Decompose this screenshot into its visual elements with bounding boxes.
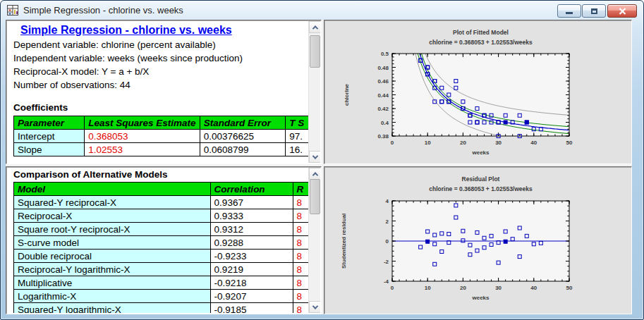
svg-text:-4: -4 — [384, 278, 389, 285]
column-header: Model — [14, 183, 211, 196]
svg-text:0.5: 0.5 — [381, 51, 389, 57]
window-title: Simple Regression - chlorine vs. weeks — [23, 5, 183, 16]
svg-text:0.42: 0.42 — [377, 106, 389, 112]
comparison-table: Model Correlation R Squared-Y reciprocal… — [13, 182, 320, 313]
svg-text:30: 30 — [495, 285, 502, 291]
svg-text:40: 40 — [530, 285, 537, 291]
comparison-scrollbar[interactable] — [308, 168, 320, 313]
std-error-cell: 0.0608799 — [200, 143, 286, 156]
svg-text:50: 50 — [566, 140, 573, 146]
svg-text:0: 0 — [391, 140, 394, 146]
svg-text:0.46: 0.46 — [377, 78, 389, 85]
scrollbar-thumb[interactable] — [310, 179, 320, 214]
parameter-cell: Slope — [14, 143, 85, 156]
table-row: Square root-Y reciprocal-X0.93128 — [14, 223, 320, 236]
svg-text:Residual Plot: Residual Plot — [462, 176, 500, 183]
std-error-cell: 0.00376625 — [200, 130, 286, 143]
column-header: Standard Error — [200, 116, 286, 130]
table-row: Double reciprocal-0.92338 — [14, 250, 320, 263]
svg-text:50: 50 — [566, 285, 573, 291]
residual-plot-pane: 01020304050-4-2024Residual Plotchlorine … — [324, 166, 632, 314]
scroll-up-button[interactable] — [309, 168, 320, 180]
svg-text:weeks: weeks — [471, 149, 490, 156]
correlation-cell: -0.9218 — [210, 276, 293, 290]
svg-text:0.48: 0.48 — [377, 65, 389, 71]
residual-plot: 01020304050-4-2024Residual Plotchlorine … — [325, 168, 631, 313]
model-cell: Squared-Y reciprocal-X — [14, 196, 211, 209]
model-form-line: Reciprocal-X model: Y = a + b/X — [13, 65, 320, 78]
svg-text:0: 0 — [391, 285, 394, 291]
table-row: Squared-Y logarithmic-X-0.91858 — [14, 303, 320, 314]
svg-text:20: 20 — [460, 140, 466, 146]
minimize-button[interactable] — [557, 4, 581, 18]
column-header: Parameter — [14, 116, 85, 130]
scroll-up-button[interactable] — [309, 21, 320, 33]
close-button[interactable] — [607, 4, 637, 18]
dependent-variable-line: Dependent variable: chlorine (percent av… — [13, 38, 320, 51]
svg-text:10: 10 — [425, 285, 431, 291]
table-row: Squared-Y reciprocal-X0.93678 — [14, 196, 320, 209]
model-cell: Double reciprocal — [14, 250, 211, 263]
table-row: Reciprocal-X0.93338 — [14, 209, 320, 223]
model-cell: Reciprocal-Y logarithmic-X — [14, 263, 211, 276]
correlation-cell: -0.9233 — [210, 250, 293, 263]
app-window: Simple Regression - chlorine vs. weeks S… — [0, 0, 644, 320]
estimate-cell: 1.02553 — [85, 143, 200, 156]
chevron-up-icon — [312, 25, 317, 31]
independent-variable-line: Independent variable: weeks (weeks since… — [13, 51, 320, 65]
scrollbar-thumb[interactable] — [310, 35, 320, 68]
titlebar[interactable]: Simple Regression - chlorine vs. weeks — [1, 1, 643, 20]
table-row: Slope 1.02553 0.0608799 16. — [14, 143, 320, 156]
svg-text:chlorine = 0.368053 + 1.02553/: chlorine = 0.368053 + 1.02553/weeks — [429, 185, 533, 192]
comparison-pane: Comparison of Alternative Models Model C… — [6, 166, 322, 314]
correlation-cell: 0.9333 — [210, 209, 293, 223]
chevron-down-icon — [312, 153, 317, 159]
parameter-cell: Intercept — [14, 130, 85, 143]
minimize-icon — [566, 12, 573, 14]
scroll-down-button[interactable] — [309, 301, 320, 313]
svg-text:40: 40 — [530, 140, 537, 146]
svg-text:0: 0 — [386, 238, 389, 245]
restore-button[interactable] — [582, 4, 606, 18]
svg-text:weeks: weeks — [471, 295, 490, 301]
scroll-down-button[interactable] — [309, 151, 320, 163]
model-cell: Squared-Y logarithmic-X — [14, 303, 211, 314]
summary-scrollbar[interactable] — [308, 21, 320, 163]
window-controls — [557, 4, 637, 18]
svg-text:2: 2 — [386, 219, 389, 225]
chevron-up-icon — [312, 172, 317, 178]
table-row: Logarithmic-X-0.92078 — [14, 290, 320, 303]
correlation-cell: 0.9312 — [210, 223, 293, 236]
close-icon — [619, 8, 626, 15]
svg-text:Plot of Fitted Model: Plot of Fitted Model — [453, 29, 509, 36]
table-row: Reciprocal-Y logarithmic-X0.92198 — [14, 263, 320, 276]
table-header-row: Parameter Least Squares Estimate Standar… — [14, 116, 320, 130]
correlation-cell: 0.9288 — [210, 236, 293, 250]
model-cell: Reciprocal-X — [14, 209, 211, 223]
coefficients-table: Parameter Least Squares Estimate Standar… — [13, 116, 320, 156]
column-header: Least Squares Estimate — [85, 116, 200, 130]
table-row: S-curve model0.92888 — [14, 236, 320, 250]
report-heading: Simple Regression - chlorine vs. weeks — [20, 24, 320, 37]
svg-text:0.4: 0.4 — [381, 120, 389, 126]
report-content: Simple Regression - chlorine vs. weeks D… — [13, 23, 320, 163]
table-row: Intercept 0.368053 0.00376625 97. — [14, 130, 320, 143]
model-cell: Logarithmic-X — [14, 290, 211, 303]
comparison-title: Comparison of Alternative Models — [13, 169, 320, 180]
svg-text:20: 20 — [460, 285, 466, 291]
svg-text:chlorine = 0.368053 + 1.02553/: chlorine = 0.368053 + 1.02553/weeks — [429, 39, 533, 46]
estimate-cell: 0.368053 — [85, 130, 200, 143]
column-header: Correlation — [210, 183, 293, 196]
restore-icon — [591, 8, 597, 14]
correlation-cell: 0.9367 — [210, 196, 293, 209]
observations-line: Number of observations: 44 — [13, 78, 320, 92]
svg-text:-2: -2 — [384, 259, 389, 265]
svg-text:0.38: 0.38 — [377, 133, 389, 140]
correlation-cell: 0.9219 — [210, 263, 293, 276]
model-cell: Multiplicative — [14, 276, 211, 290]
svg-text:chlorine: chlorine — [344, 83, 350, 106]
model-cell: Square root-Y reciprocal-X — [14, 223, 211, 236]
correlation-cell: -0.9185 — [210, 303, 293, 314]
window-icon — [7, 5, 19, 16]
table-row: Multiplicative-0.92188 — [14, 276, 320, 290]
